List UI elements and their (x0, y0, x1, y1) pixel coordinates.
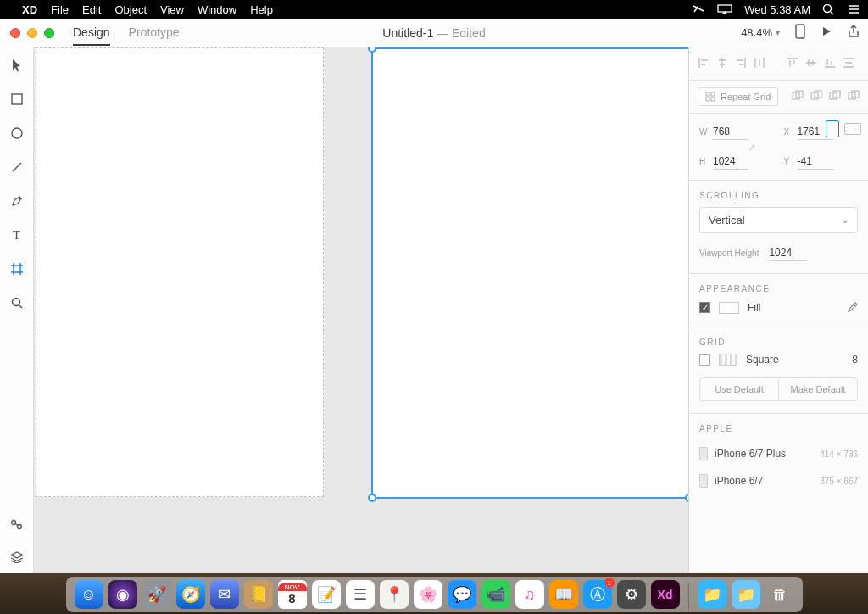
width-input[interactable] (713, 124, 748, 140)
zoom-control[interactable]: 48.4% ▾ (741, 26, 780, 39)
svg-point-6 (11, 521, 15, 525)
appearance-heading: APPEARANCE (689, 274, 868, 300)
artboard-unselected[interactable] (36, 47, 324, 497)
menu-object[interactable]: Object (114, 3, 147, 16)
dock-photos[interactable]: 🌸 (414, 580, 442, 609)
transform-section: W X H Y ⤢ (689, 114, 868, 181)
window-minimize[interactable] (27, 28, 37, 38)
repeat-grid-button[interactable]: Repeat Grid (698, 87, 778, 106)
chevron-down-icon: ⌄ (842, 215, 849, 225)
dock-itunes[interactable]: ♫ (515, 580, 544, 609)
fill-color-swatch[interactable] (719, 302, 739, 314)
artboard-selected[interactable] (371, 47, 688, 499)
boolean-exclude-icon[interactable] (848, 90, 860, 104)
window-controls (0, 28, 54, 38)
fill-checkbox[interactable]: ✓ (699, 302, 710, 313)
boolean-add-icon[interactable] (792, 90, 804, 104)
dock-launchpad[interactable]: 🚀 (142, 580, 171, 609)
layers-icon[interactable] (9, 550, 25, 565)
resize-handle-bottom-right[interactable] (685, 494, 688, 502)
menu-list-icon[interactable] (846, 4, 860, 14)
pen-tool[interactable] (9, 193, 25, 209)
dock-adobe-xd[interactable]: Xd (651, 580, 680, 609)
orientation-portrait[interactable] (826, 120, 839, 137)
svg-point-7 (17, 525, 21, 529)
assets-icon[interactable] (9, 517, 25, 533)
dock-contacts[interactable]: 📒 (244, 580, 273, 609)
align-bottom-icon[interactable] (824, 57, 836, 71)
align-top-icon[interactable] (787, 57, 798, 71)
line-tool[interactable] (9, 159, 25, 175)
preset-thumb-icon (699, 447, 708, 460)
dock-facetime[interactable]: 📹 (481, 580, 510, 609)
y-input[interactable] (798, 154, 833, 170)
scrolling-heading: SCROLLING (689, 181, 868, 207)
menu-window[interactable]: Window (198, 3, 236, 16)
dock-safari[interactable]: 🧭 (176, 580, 205, 609)
preset-iphone[interactable]: iPhone 6/7 375 × 667 (689, 467, 868, 494)
menubar-clock[interactable]: Wed 5:38 AM (744, 3, 810, 16)
share-icon[interactable] (848, 25, 860, 41)
resize-handle-bottom-left[interactable] (368, 494, 376, 502)
zoom-tool[interactable] (9, 295, 25, 310)
canvas[interactable] (34, 47, 688, 573)
distribute-v-icon[interactable] (843, 57, 854, 71)
lock-aspect-icon[interactable]: ⤢ (748, 142, 755, 152)
preset-iphone-plus[interactable]: iPhone 6/7 Plus 414 × 736 (689, 440, 868, 467)
screen-share-icon[interactable] (692, 4, 705, 14)
tab-design[interactable]: Design (73, 20, 110, 46)
text-tool[interactable]: T (9, 227, 25, 243)
dock-finder[interactable]: ☺ (75, 580, 103, 609)
dock-messages[interactable]: 💬 (448, 580, 476, 609)
play-preview-icon[interactable] (821, 25, 832, 40)
svg-rect-0 (718, 5, 732, 12)
orientation-landscape[interactable] (844, 123, 861, 135)
distribute-h-icon[interactable] (754, 57, 765, 71)
app-name[interactable]: XD (22, 3, 37, 16)
menu-file[interactable]: File (51, 3, 69, 16)
dock-siri[interactable]: ◉ (108, 580, 137, 609)
dock-folder[interactable]: 📁 (732, 580, 760, 609)
align-center-v-icon[interactable] (805, 57, 817, 71)
device-preview-icon[interactable] (795, 24, 805, 42)
dock-preferences[interactable]: ⚙ (617, 580, 646, 609)
make-default-button[interactable]: Make Default (779, 378, 857, 400)
dock-calendar[interactable]: NOV 8 (278, 580, 307, 609)
scrolling-mode-select[interactable]: Vertical ⌄ (699, 207, 858, 233)
resize-handle-top-left[interactable] (368, 47, 376, 53)
use-default-button[interactable]: Use Default (700, 378, 779, 400)
dock-downloads[interactable]: 📁 (698, 580, 726, 609)
select-tool[interactable] (9, 58, 25, 73)
grid-checkbox[interactable] (699, 354, 710, 366)
align-row (689, 47, 868, 81)
dock-trash[interactable]: 🗑 (765, 580, 794, 609)
airplay-icon[interactable] (717, 4, 732, 14)
grid-swatch[interactable] (719, 354, 737, 366)
boolean-subtract-icon[interactable] (810, 90, 822, 104)
ellipse-tool[interactable] (9, 126, 25, 141)
dock-reminders[interactable]: ☰ (346, 580, 375, 609)
dock-ibooks[interactable]: 📖 (549, 580, 578, 609)
menu-edit[interactable]: Edit (82, 3, 101, 16)
window-zoom[interactable] (44, 28, 54, 38)
dock-notes[interactable]: 📝 (312, 580, 341, 609)
dock-maps[interactable]: 📍 (380, 580, 409, 609)
align-left-icon[interactable] (698, 57, 709, 71)
window-close[interactable] (10, 28, 20, 38)
fill-label: Fill (748, 302, 760, 314)
spotlight-icon[interactable] (822, 3, 834, 15)
height-input[interactable] (713, 154, 748, 170)
align-center-h-icon[interactable] (716, 57, 728, 71)
tab-prototype[interactable]: Prototype (129, 20, 180, 46)
rectangle-tool[interactable] (9, 92, 25, 107)
menu-view[interactable]: View (160, 3, 184, 16)
align-right-icon[interactable] (735, 57, 747, 71)
menu-help[interactable]: Help (250, 3, 273, 16)
dock-appstore[interactable]: Ⓐ1 (583, 580, 612, 609)
viewport-height-input[interactable] (769, 245, 806, 261)
boolean-intersect-icon[interactable] (829, 90, 841, 104)
eyedropper-icon[interactable] (846, 300, 858, 315)
svg-rect-8 (706, 92, 709, 96)
dock-mail[interactable]: ✉ (210, 580, 239, 609)
artboard-tool[interactable] (9, 261, 25, 276)
